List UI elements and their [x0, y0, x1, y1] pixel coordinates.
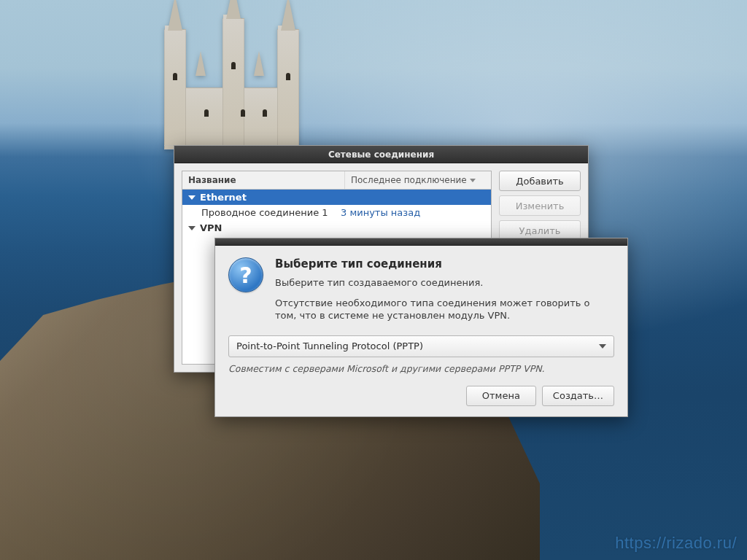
- connection-type-combo[interactable]: Point-to-Point Tunneling Protocol (PPTP): [228, 335, 614, 357]
- cancel-button[interactable]: Отмена: [466, 386, 536, 406]
- edit-button-label: Изменить: [516, 201, 565, 211]
- connection-type-hint: Совместим с серверами Microsoft и другим…: [228, 363, 614, 374]
- tree-group-label: Ethernet: [200, 192, 247, 203]
- tree-group-vpn[interactable]: VPN: [182, 220, 491, 236]
- tree-item-last: 3 минуты назад: [341, 207, 487, 218]
- dialog-note: Отсутствие необходимого типа соединения …: [275, 297, 614, 322]
- expander-icon: [188, 226, 196, 230]
- create-button-label: Создать…: [553, 390, 603, 401]
- cancel-button-label: Отмена: [482, 390, 520, 401]
- chevron-down-icon: [599, 344, 606, 349]
- tree-group-ethernet[interactable]: Ethernet: [182, 190, 491, 205]
- column-last-used[interactable]: Последнее подключение: [345, 171, 491, 189]
- add-button[interactable]: Добавить: [499, 171, 581, 191]
- edit-button: Изменить: [499, 195, 581, 216]
- expander-icon: [188, 195, 196, 200]
- delete-button-label: Удалить: [519, 225, 561, 236]
- dialog-titlebar[interactable]: [215, 238, 627, 246]
- column-last-used-label: Последнее подключение: [351, 175, 467, 185]
- create-button[interactable]: Создать…: [542, 386, 614, 406]
- dialog-choose-connection-type: ? Выберите тип соединения Выберите тип с…: [214, 238, 628, 417]
- question-icon: ?: [228, 257, 263, 292]
- window-title-label: Сетевые соединения: [328, 149, 434, 160]
- dialog-subheading: Выберите тип создаваемого соединения.: [275, 276, 614, 289]
- tree-item-name: Проводное соединение 1: [201, 207, 341, 218]
- tree-item-wired1[interactable]: Проводное соединение 1 3 минуты назад: [182, 205, 491, 220]
- dialog-heading: Выберите тип соединения: [275, 257, 614, 271]
- connection-type-selected: Point-to-Point Tunneling Protocol (PPTP): [236, 341, 599, 351]
- window-title[interactable]: Сетевые соединения: [174, 146, 588, 163]
- add-button-label: Добавить: [516, 176, 563, 187]
- tree-group-label: VPN: [200, 222, 222, 233]
- sort-descending-icon: [470, 179, 476, 182]
- column-name[interactable]: Название: [182, 171, 345, 189]
- tree-header: Название Последнее подключение: [182, 171, 491, 190]
- column-name-label: Название: [188, 175, 236, 185]
